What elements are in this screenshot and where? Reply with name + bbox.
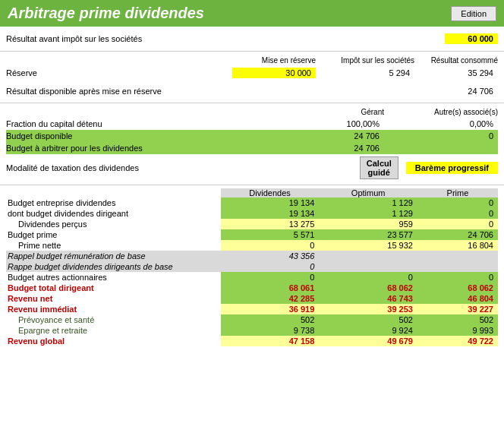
row-optimum: 46 743 [319,293,417,304]
row-dividendes: 5 571 [221,229,320,240]
row-label: Revenu immédiat [6,304,221,314]
row-label: Dividendes perçus [6,219,221,229]
divider-3 [0,185,504,185]
table-row: Budget entreprise dividendes19 1341 1290 [6,197,498,208]
row-label: Budget entreprise dividendes [6,197,221,208]
table-row: Dividendes perçus13 2759590 [6,219,498,229]
resultat-label: Résultat avant impôt sur les sociétés [6,34,142,43]
col-autres-associes: Autre(s) associé(s) [384,108,498,116]
row-prime: 49 722 [417,336,498,346]
budget-dispo-label: Budget disponible [6,131,72,141]
bareme-progressif: Barème progressif [406,162,498,174]
table-row: Revenu global47 15849 67949 722 [6,336,498,346]
page-title: Arbitrage prime dividendes [8,5,204,22]
row-optimum: 15 932 [319,240,417,251]
row-prime: 46 804 [417,293,498,304]
table-row: Prime nette015 93216 804 [6,240,498,251]
col-resultat-consomme: Résultat consommé [414,56,498,65]
budget-dispo-val1: 24 706 [285,131,384,141]
row-prime-empty [417,251,498,261]
resultat-row: Résultat avant impôt sur les sociétés 60… [6,31,498,46]
th-label [6,188,221,197]
th-dividendes: Dividendes [221,188,320,197]
table-row: Budget autres actionnaires000 [6,272,498,283]
row-optimum: 9 924 [319,325,417,336]
fraction-val1: 100,00% [285,118,384,129]
resultat-value: 60 000 [445,33,498,44]
reserve-col-headers: Mise en réserve Impôt sur les sociétés R… [6,56,498,65]
row-span-val: 0 [221,261,320,272]
header: Arbitrage prime dividendes Edition [0,0,504,27]
row-label: Budget total dirigeant [6,283,221,293]
budget-arb-val2 [384,147,498,149]
table-row: Rappel budget rémunération de base43 356 [6,251,498,261]
reserve-row: Réserve 30 000 5 294 35 294 [6,66,498,80]
table-row: Rappe budget dividendes dirigeants de ba… [6,261,498,272]
row-label: Budget prime [6,229,221,240]
reserve-val3: 35 294 [414,68,498,78]
row-label: Budget autres actionnaires [6,272,221,283]
row-optimum: 23 577 [319,229,417,240]
row-opt-empty [319,261,417,272]
row-prime-empty [417,261,498,272]
th-prime: Prime [417,188,498,197]
table-row: Revenu immédiat36 91939 25339 227 [6,304,498,314]
budget-arb-val1: 24 706 [285,143,384,153]
row-label: Prime nette [6,240,221,251]
table-row: Revenu net42 28546 74346 804 [6,293,498,304]
row-label: Rappe budget dividendes dirigeants de ba… [6,261,221,272]
app-container: Arbitrage prime dividendes Edition Résul… [0,0,504,348]
row-dividendes: 19 134 [221,208,320,219]
table-row: Epargne et retraite9 7389 9249 993 [6,325,498,336]
row-optimum: 502 [319,314,417,325]
row-optimum: 1 129 [319,197,417,208]
table-row: Budget total dirigeant68 06168 06268 062 [6,283,498,293]
row-label: Revenu global [6,336,221,346]
row-prime: 0 [417,208,498,219]
row-prime: 0 [417,219,498,229]
fraction-row: Fraction du capital détenu 100,00% 0,00% [6,118,498,130]
table-row: Prévoyance et santé502502502 [6,314,498,325]
dispo-label: Résultat disponible après mise en réserv… [6,87,162,96]
row-prime: 39 227 [417,304,498,314]
calcul-guide-button[interactable]: Calcul guidé [360,156,398,179]
row-prime: 502 [417,314,498,325]
reserve-val2: 5 294 [316,68,414,78]
row-optimum: 49 679 [319,336,417,346]
budget-arb-row: Budget à arbitrer pour les dividendes 24… [6,142,498,154]
row-prime: 68 062 [417,283,498,293]
row-opt-empty [319,251,417,261]
row-label: Epargne et retraite [6,325,221,336]
row-prime: 0 [417,272,498,283]
row-dividendes: 502 [221,314,320,325]
row-optimum: 39 253 [319,304,417,314]
main-data-table: Dividendes Optimum Prime Budget entrepri… [6,188,498,346]
budget-dispo-row: Budget disponible 24 706 0 [6,130,498,142]
edition-button[interactable]: Edition [451,6,496,21]
row-dividendes: 68 061 [221,283,320,293]
section-reserve: Mise en réserve Impôt sur les sociétés R… [0,53,504,101]
dispo-row: Résultat disponible après mise en réserv… [6,83,498,100]
row-prime: 0 [417,197,498,208]
divider-1 [0,51,504,52]
data-section: Dividendes Optimum Prime Budget entrepri… [0,187,504,348]
table-row: Budget prime5 57123 57724 706 [6,229,498,240]
row-dividendes: 0 [221,272,320,283]
row-span-val: 43 356 [221,251,320,261]
row-optimum: 1 129 [319,208,417,219]
col-mise-en-reserve: Mise en réserve [232,56,316,65]
row-dividendes: 47 158 [221,336,320,346]
row-optimum: 68 062 [319,283,417,293]
row-dividendes: 42 285 [221,293,320,304]
reserve-val1: 30 000 [232,68,316,78]
modalite-row: Modalité de taxation des dividendes Calc… [6,154,498,182]
budget-arb-label: Budget à arbitrer pour les dividendes [6,144,143,153]
row-prime: 24 706 [417,229,498,240]
table-body: Budget entreprise dividendes19 1341 1290… [6,197,498,346]
row-optimum: 959 [319,219,417,229]
row-dividendes: 19 134 [221,197,320,208]
table-row: dont budget dividendes dirigeant19 1341 … [6,208,498,219]
th-optimum: Optimum [319,188,417,197]
reserve-label: Réserve [6,68,37,77]
row-label: Revenu net [6,293,221,304]
